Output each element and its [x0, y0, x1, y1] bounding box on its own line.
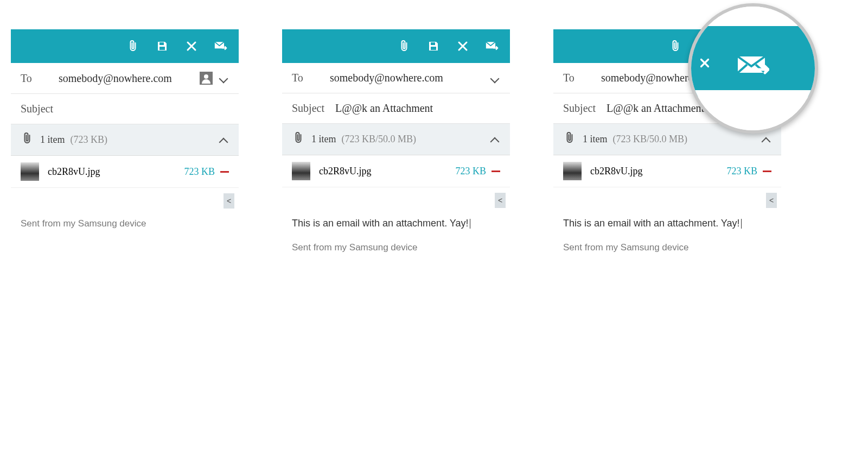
attachment-item: cb2R8vU.jpg723 KB	[282, 155, 510, 187]
collapse-panel-tab[interactable]: <	[224, 193, 234, 209]
collapse-attachments-icon[interactable]	[218, 135, 229, 146]
to-input[interactable]: somebody@nowhere.com	[59, 72, 200, 85]
attach-icon[interactable]	[397, 39, 411, 53]
svg-rect-3	[431, 42, 435, 45]
attachment-item: cb2R8vU.jpg723 KB	[11, 156, 239, 188]
collapse-attachments-icon[interactable]	[761, 134, 771, 145]
contact-picker-icon[interactable]	[200, 72, 213, 85]
attachment-count: 1 item	[311, 134, 336, 145]
collapse-panel-tab[interactable]: <	[495, 193, 506, 208]
to-label: To	[292, 72, 330, 84]
collapse-panel-tab[interactable]: <	[766, 193, 777, 208]
subject-input[interactable]: L@@k an Attachment	[335, 102, 500, 115]
compose-toolbar	[11, 29, 239, 63]
to-label: To	[563, 72, 601, 84]
send-icon[interactable]	[485, 39, 499, 53]
email-compose-screen: Tosomebody@nowhere.comSubjectL@@k an Att…	[282, 29, 510, 263]
email-body-input[interactable]: This is an email with an attachment. Yay…	[553, 208, 781, 232]
attach-icon[interactable]	[126, 39, 140, 53]
attachment-summary-bar[interactable]: 1 item(723 KB/50.0 MB)	[282, 124, 510, 155]
text-cursor	[741, 219, 742, 229]
text-cursor	[470, 219, 470, 229]
email-compose-screen: Tosomebody@nowhere.comSubject1 item(723 …	[11, 29, 239, 263]
attachment-size: (723 KB/50.0 MB)	[613, 134, 688, 145]
remove-attachment-button[interactable]	[763, 171, 771, 172]
svg-rect-1	[159, 47, 165, 50]
attachment-thumbnail	[292, 162, 310, 180]
attachment-size: (723 KB/50.0 MB)	[342, 134, 417, 145]
collapse-attachments-icon[interactable]	[489, 134, 500, 145]
expand-recipients-icon[interactable]	[218, 73, 229, 84]
attach-icon	[292, 131, 305, 147]
save-icon[interactable]	[155, 39, 169, 53]
subject-label: Subject	[292, 102, 335, 115]
attachment-summary-bar[interactable]: 1 item(723 KB)	[11, 124, 239, 156]
expand-recipients-icon[interactable]	[489, 73, 500, 84]
attachment-filesize: 723 KB	[184, 166, 215, 178]
attachment-count: 1 item	[583, 134, 608, 145]
remove-attachment-button[interactable]	[492, 171, 500, 172]
attachment-thumbnail	[563, 162, 582, 180]
subject-label: Subject	[563, 102, 607, 115]
email-signature: Sent from my Samsung device	[282, 232, 510, 263]
remove-attachment-button[interactable]	[220, 171, 229, 173]
save-icon[interactable]	[426, 39, 441, 53]
to-field-row: Tosomebody@nowhere.com	[11, 63, 239, 94]
close-icon[interactable]	[456, 39, 470, 53]
attachment-item: cb2R8vU.jpg723 KB	[553, 155, 781, 187]
subject-label: Subject	[21, 103, 64, 115]
email-body-input[interactable]: This is an email with an attachment. Yay…	[282, 208, 510, 232]
close-icon[interactable]	[184, 39, 199, 53]
magnifier-zoom	[688, 3, 818, 134]
attachment-count: 1 item	[40, 134, 65, 146]
attach-icon	[21, 132, 34, 148]
subject-field-row: SubjectL@@k an Attachment	[282, 93, 510, 124]
svg-rect-0	[159, 42, 164, 45]
attachment-size: (723 KB)	[71, 134, 108, 146]
attachment-thumbnail	[21, 162, 39, 181]
attachment-filename: cb2R8vU.jpg	[319, 166, 455, 177]
to-label: To	[21, 72, 59, 85]
attach-icon[interactable]	[668, 39, 682, 53]
subject-field-row: Subject	[11, 94, 239, 124]
attachment-filename: cb2R8vU.jpg	[590, 166, 726, 177]
email-signature: Sent from my Samsung device	[553, 232, 781, 263]
send-icon[interactable]	[214, 39, 228, 53]
compose-toolbar	[282, 29, 510, 63]
svg-rect-4	[431, 47, 436, 50]
send-icon[interactable]	[737, 55, 769, 77]
attachment-filename: cb2R8vU.jpg	[48, 166, 184, 178]
close-icon	[698, 55, 712, 74]
attachment-filesize: 723 KB	[726, 166, 757, 177]
attach-icon	[563, 131, 576, 147]
to-field-row: Tosomebody@nowhere.com	[282, 63, 510, 93]
to-input[interactable]: somebody@nowhere.com	[330, 72, 489, 84]
email-signature: Sent from my Samsung device	[11, 209, 239, 239]
attachment-filesize: 723 KB	[455, 166, 486, 177]
